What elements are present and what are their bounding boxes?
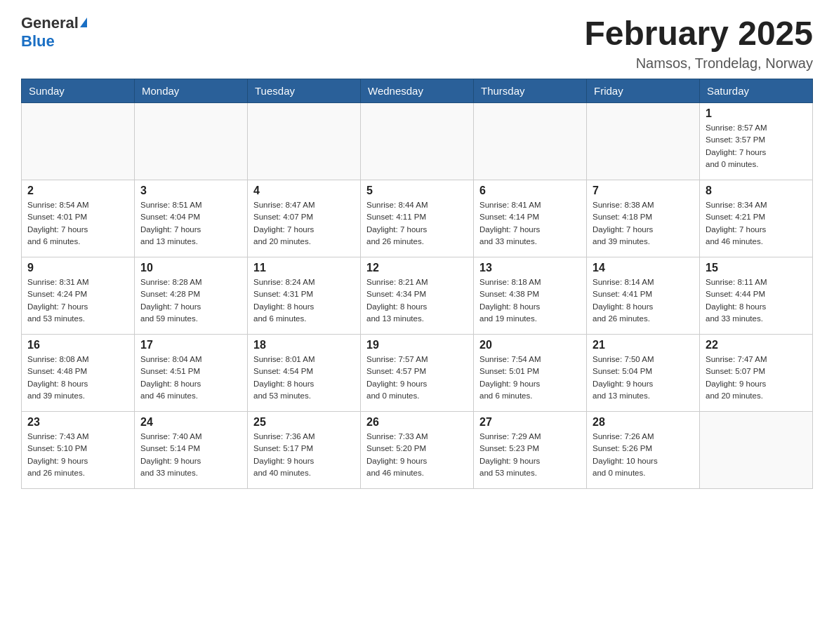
day-info: Sunrise: 7:50 AM Sunset: 5:04 PM Dayligh… (593, 354, 694, 402)
day-number: 3 (140, 185, 241, 197)
day-number: 13 (479, 262, 581, 274)
day-info: Sunrise: 7:47 AM Sunset: 5:07 PM Dayligh… (706, 354, 807, 402)
table-row: 15Sunrise: 8:11 AM Sunset: 4:44 PM Dayli… (700, 257, 813, 335)
logo-blue-text: Blue (21, 32, 55, 51)
table-row: 12Sunrise: 8:21 AM Sunset: 4:34 PM Dayli… (361, 257, 474, 335)
week-row-3: 9Sunrise: 8:31 AM Sunset: 4:24 PM Daylig… (22, 257, 813, 335)
day-number: 18 (253, 339, 355, 351)
table-row: 4Sunrise: 8:47 AM Sunset: 4:07 PM Daylig… (248, 180, 361, 257)
table-row: 2Sunrise: 8:54 AM Sunset: 4:01 PM Daylig… (22, 180, 135, 257)
day-number: 2 (27, 185, 128, 197)
table-row: 23Sunrise: 7:43 AM Sunset: 5:10 PM Dayli… (22, 412, 135, 489)
day-info: Sunrise: 8:21 AM Sunset: 4:34 PM Dayligh… (366, 276, 468, 325)
table-row (22, 103, 135, 180)
day-number: 25 (253, 416, 355, 429)
day-number: 28 (593, 416, 694, 429)
day-number: 24 (140, 416, 241, 429)
day-number: 11 (253, 262, 355, 274)
day-info: Sunrise: 8:57 AM Sunset: 3:57 PM Dayligh… (706, 122, 807, 170)
page-header: General Blue February 2025 Namsos, Trond… (21, 14, 813, 72)
day-info: Sunrise: 8:01 AM Sunset: 4:54 PM Dayligh… (253, 354, 355, 402)
day-info: Sunrise: 8:38 AM Sunset: 4:18 PM Dayligh… (593, 199, 694, 248)
table-row: 28Sunrise: 7:26 AM Sunset: 5:26 PM Dayli… (587, 412, 700, 489)
day-number: 15 (706, 262, 807, 274)
day-info: Sunrise: 8:24 AM Sunset: 4:31 PM Dayligh… (253, 276, 355, 325)
day-info: Sunrise: 7:26 AM Sunset: 5:26 PM Dayligh… (593, 431, 694, 479)
logo-general: General (21, 14, 87, 32)
table-row: 6Sunrise: 8:41 AM Sunset: 4:14 PM Daylig… (474, 180, 587, 257)
logo-triangle-icon (80, 18, 87, 27)
table-row: 13Sunrise: 8:18 AM Sunset: 4:38 PM Dayli… (474, 257, 587, 335)
logo-general-text: General (21, 14, 79, 32)
col-thursday: Thursday (474, 79, 587, 103)
col-friday: Friday (587, 79, 700, 103)
day-number: 4 (253, 185, 355, 197)
table-row: 11Sunrise: 8:24 AM Sunset: 4:31 PM Dayli… (248, 257, 361, 335)
day-info: Sunrise: 8:47 AM Sunset: 4:07 PM Dayligh… (253, 199, 355, 248)
table-row: 17Sunrise: 8:04 AM Sunset: 4:51 PM Dayli… (135, 335, 248, 412)
month-title: February 2025 (584, 14, 813, 53)
table-row (135, 103, 248, 180)
day-number: 17 (140, 339, 241, 351)
table-row: 20Sunrise: 7:54 AM Sunset: 5:01 PM Dayli… (474, 335, 587, 412)
day-number: 23 (27, 416, 128, 429)
day-info: Sunrise: 7:54 AM Sunset: 5:01 PM Dayligh… (479, 354, 581, 402)
table-row (248, 103, 361, 180)
logo: General Blue (21, 14, 87, 51)
day-number: 1 (706, 107, 807, 120)
table-row: 26Sunrise: 7:33 AM Sunset: 5:20 PM Dayli… (361, 412, 474, 489)
week-row-4: 16Sunrise: 8:08 AM Sunset: 4:48 PM Dayli… (22, 335, 813, 412)
table-row: 19Sunrise: 7:57 AM Sunset: 4:57 PM Dayli… (361, 335, 474, 412)
table-row: 5Sunrise: 8:44 AM Sunset: 4:11 PM Daylig… (361, 180, 474, 257)
week-row-5: 23Sunrise: 7:43 AM Sunset: 5:10 PM Dayli… (22, 412, 813, 489)
table-row: 27Sunrise: 7:29 AM Sunset: 5:23 PM Dayli… (474, 412, 587, 489)
day-number: 10 (140, 262, 241, 274)
day-info: Sunrise: 7:33 AM Sunset: 5:20 PM Dayligh… (366, 431, 468, 479)
table-row (474, 103, 587, 180)
table-row (361, 103, 474, 180)
day-info: Sunrise: 7:43 AM Sunset: 5:10 PM Dayligh… (27, 431, 128, 479)
col-sunday: Sunday (22, 79, 135, 103)
day-info: Sunrise: 7:57 AM Sunset: 4:57 PM Dayligh… (366, 354, 468, 402)
week-row-2: 2Sunrise: 8:54 AM Sunset: 4:01 PM Daylig… (22, 180, 813, 257)
day-info: Sunrise: 8:51 AM Sunset: 4:04 PM Dayligh… (140, 199, 241, 248)
col-monday: Monday (135, 79, 248, 103)
day-number: 9 (27, 262, 128, 274)
calendar-header: Sunday Monday Tuesday Wednesday Thursday… (22, 79, 813, 103)
calendar-body: 1Sunrise: 8:57 AM Sunset: 3:57 PM Daylig… (22, 103, 813, 489)
day-info: Sunrise: 8:11 AM Sunset: 4:44 PM Dayligh… (706, 276, 807, 325)
day-info: Sunrise: 8:04 AM Sunset: 4:51 PM Dayligh… (140, 354, 241, 402)
day-number: 16 (27, 339, 128, 351)
day-number: 7 (593, 185, 694, 197)
col-saturday: Saturday (700, 79, 813, 103)
table-row: 7Sunrise: 8:38 AM Sunset: 4:18 PM Daylig… (587, 180, 700, 257)
table-row (587, 103, 700, 180)
table-row: 1Sunrise: 8:57 AM Sunset: 3:57 PM Daylig… (700, 103, 813, 180)
table-row: 16Sunrise: 8:08 AM Sunset: 4:48 PM Dayli… (22, 335, 135, 412)
day-number: 14 (593, 262, 694, 274)
table-row: 18Sunrise: 8:01 AM Sunset: 4:54 PM Dayli… (248, 335, 361, 412)
header-row: Sunday Monday Tuesday Wednesday Thursday… (22, 79, 813, 103)
day-number: 8 (706, 185, 807, 197)
table-row: 25Sunrise: 7:36 AM Sunset: 5:17 PM Dayli… (248, 412, 361, 489)
col-wednesday: Wednesday (361, 79, 474, 103)
day-info: Sunrise: 7:40 AM Sunset: 5:14 PM Dayligh… (140, 431, 241, 479)
table-row: 21Sunrise: 7:50 AM Sunset: 5:04 PM Dayli… (587, 335, 700, 412)
table-row: 8Sunrise: 8:34 AM Sunset: 4:21 PM Daylig… (700, 180, 813, 257)
table-row: 9Sunrise: 8:31 AM Sunset: 4:24 PM Daylig… (22, 257, 135, 335)
day-info: Sunrise: 7:36 AM Sunset: 5:17 PM Dayligh… (253, 431, 355, 479)
week-row-1: 1Sunrise: 8:57 AM Sunset: 3:57 PM Daylig… (22, 103, 813, 180)
day-info: Sunrise: 7:29 AM Sunset: 5:23 PM Dayligh… (479, 431, 581, 479)
table-row: 3Sunrise: 8:51 AM Sunset: 4:04 PM Daylig… (135, 180, 248, 257)
day-number: 20 (479, 339, 581, 351)
day-info: Sunrise: 8:14 AM Sunset: 4:41 PM Dayligh… (593, 276, 694, 325)
day-number: 26 (366, 416, 468, 429)
day-info: Sunrise: 8:54 AM Sunset: 4:01 PM Dayligh… (27, 199, 128, 248)
table-row: 14Sunrise: 8:14 AM Sunset: 4:41 PM Dayli… (587, 257, 700, 335)
day-info: Sunrise: 8:34 AM Sunset: 4:21 PM Dayligh… (706, 199, 807, 248)
day-info: Sunrise: 8:08 AM Sunset: 4:48 PM Dayligh… (27, 354, 128, 402)
day-info: Sunrise: 8:44 AM Sunset: 4:11 PM Dayligh… (366, 199, 468, 248)
table-row: 24Sunrise: 7:40 AM Sunset: 5:14 PM Dayli… (135, 412, 248, 489)
day-number: 5 (366, 185, 468, 197)
table-row (700, 412, 813, 489)
